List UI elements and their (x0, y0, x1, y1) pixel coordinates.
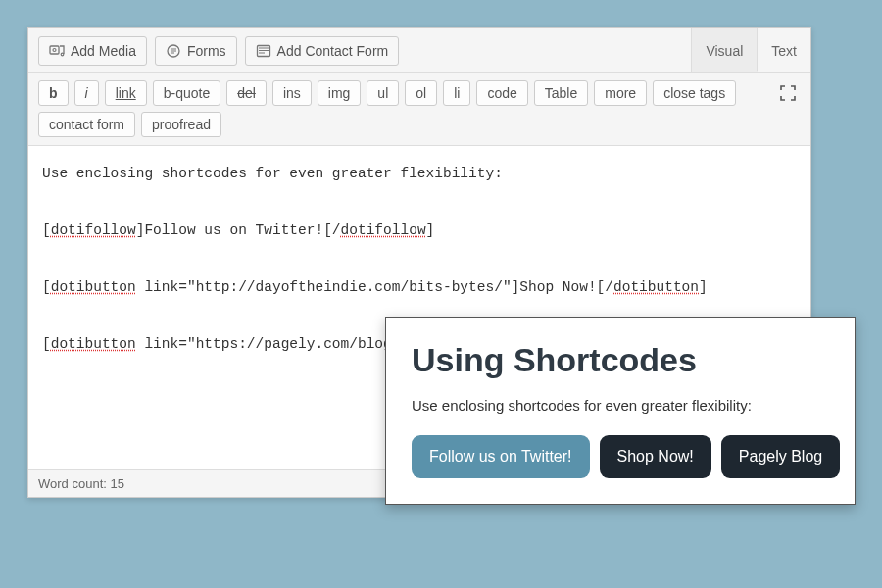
preview-button-row: Follow us on Twitter!Shop Now!Pagely Blo… (412, 435, 829, 478)
forms-button[interactable]: Forms (155, 36, 237, 66)
quicktag-del[interactable]: del (226, 80, 267, 106)
editor-line (42, 188, 797, 217)
preview-title: Using Shortcodes (412, 341, 829, 379)
quicktag-Table[interactable]: Table (534, 80, 588, 106)
tab-visual[interactable]: Visual (691, 28, 757, 72)
fullscreen-icon[interactable] (775, 80, 801, 106)
preview-card: Using Shortcodes Use enclosing shortcode… (385, 317, 856, 505)
camera-music-icon (49, 43, 65, 59)
quicktag-ol[interactable]: ol (405, 80, 437, 106)
add-contact-form-label: Add Contact Form (277, 43, 389, 59)
forms-label: Forms (187, 43, 226, 59)
preview-button-2[interactable]: Pagely Blog (721, 435, 840, 478)
quicktag-more[interactable]: more (594, 80, 647, 106)
editor-line (42, 245, 797, 273)
quicktag-ins[interactable]: ins (272, 80, 312, 106)
quicktag-close-tags[interactable]: close tags (653, 80, 736, 106)
tab-text[interactable]: Text (757, 28, 810, 72)
preview-paragraph: Use enclosing shortcodes for even greate… (412, 397, 829, 414)
main-toolbar: Add Media Forms Add Contact Form Visual … (28, 28, 810, 73)
quicktag-code[interactable]: code (476, 80, 527, 106)
quicktags-toolbar: bilinkb-quotedelinsimgulollicodeTablemor… (28, 73, 810, 146)
add-media-label: Add Media (71, 43, 136, 59)
add-media-button[interactable]: Add Media (38, 36, 147, 66)
quicktag-img[interactable]: img (318, 80, 362, 106)
contact-form-icon (256, 43, 271, 59)
quicktag-b-quote[interactable]: b-quote (153, 80, 220, 106)
preview-button-1[interactable]: Shop Now! (600, 435, 711, 478)
editor-line: [dotifollow]Follow us on Twitter![/dotif… (42, 217, 797, 245)
quicktag-contact-form[interactable]: contact form (38, 112, 135, 137)
forms-icon (166, 43, 181, 59)
quicktag-link[interactable]: link (105, 80, 147, 106)
svg-point-1 (53, 49, 56, 52)
editor-line: Use enclosing shortcodes for even greate… (42, 160, 797, 188)
quicktag-proofread[interactable]: proofread (141, 112, 221, 137)
add-contact-form-button[interactable]: Add Contact Form (245, 36, 400, 66)
svg-point-2 (61, 53, 64, 56)
quicktag-li[interactable]: li (443, 80, 470, 106)
quicktag-i[interactable]: i (74, 80, 99, 106)
view-tabs: Visual Text (691, 28, 810, 72)
editor-line: [dotibutton link="http://dayoftheindie.c… (42, 273, 797, 302)
svg-rect-0 (50, 46, 59, 54)
preview-button-0[interactable]: Follow us on Twitter! (412, 435, 590, 478)
quicktag-ul[interactable]: ul (367, 80, 399, 106)
word-count: Word count: 15 (38, 476, 124, 491)
quicktag-b[interactable]: b (38, 80, 69, 106)
